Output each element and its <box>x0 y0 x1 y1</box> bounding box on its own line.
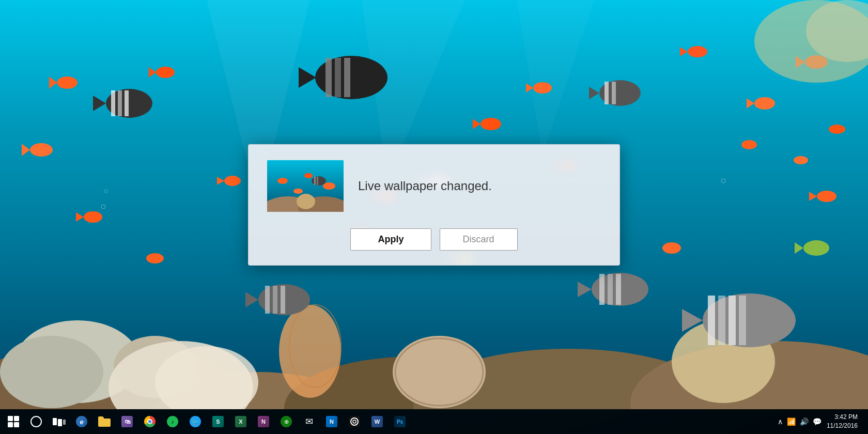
system-clock[interactable]: 3:42 PM 11/12/2016 <box>827 413 862 430</box>
chrome-icon <box>144 416 156 427</box>
mail-button[interactable]: ✉ <box>298 410 320 433</box>
twitter-icon: 🐦 <box>190 416 201 427</box>
wallpaper-thumbnail <box>267 160 344 212</box>
twitter-button[interactable]: 🐦 <box>184 410 207 433</box>
system-tray: ∧ 📶 🔊 💬 <box>777 417 823 426</box>
dialog-buttons: Apply Discard <box>267 228 601 251</box>
spotify-button[interactable]: ♪ <box>161 410 184 433</box>
svg-rect-101 <box>314 177 316 185</box>
word-button[interactable]: W <box>366 410 389 433</box>
wallpaper-changed-dialog: Live wallpaper changed. Apply Discard <box>248 144 620 266</box>
svg-point-104 <box>351 418 358 425</box>
sonos-button[interactable] <box>343 410 366 433</box>
taskbar: e 🛍 ♪ 🐦 S X N ⊕ ✉ N <box>0 409 868 434</box>
photoshop-button[interactable]: Ps <box>389 410 411 433</box>
sonos-icon <box>349 416 360 427</box>
n-app-button[interactable]: N <box>320 410 343 433</box>
dialog-content: Live wallpaper changed. <box>267 160 601 212</box>
tray-icon-chevron[interactable]: ∧ <box>777 417 784 426</box>
dialog-overlay: Live wallpaper changed. Apply Discard <box>0 0 868 409</box>
onenote-button[interactable]: N <box>252 410 275 433</box>
photoshop-icon: Ps <box>394 416 406 427</box>
onenote-icon: N <box>258 416 269 427</box>
svg-point-103 <box>297 194 315 209</box>
svg-point-98 <box>323 182 335 190</box>
mail-icon: ✉ <box>305 416 313 427</box>
spotify-icon: ♪ <box>167 416 178 427</box>
store-icon: 🛍 <box>121 416 133 427</box>
clock-time: 3:42 PM <box>827 413 858 422</box>
clock-date: 11/12/2016 <box>827 422 858 430</box>
windows-logo-icon <box>8 416 19 427</box>
notification-area: ∧ 📶 🔊 💬 3:42 PM 11/12/2016 <box>777 413 866 430</box>
task-view-icon <box>53 417 66 426</box>
svg-rect-102 <box>317 177 318 185</box>
notepad-icon: N <box>326 416 337 427</box>
svg-point-99 <box>293 189 303 194</box>
edge-icon: e <box>76 416 87 427</box>
svg-point-100 <box>312 176 326 185</box>
excel-icon: X <box>235 416 246 427</box>
svg-point-96 <box>277 178 288 184</box>
start-button[interactable] <box>2 410 25 433</box>
search-circle-icon <box>30 416 42 427</box>
volume-icon[interactable]: 🔊 <box>799 417 810 426</box>
sway-button[interactable]: S <box>207 410 229 433</box>
discard-button[interactable]: Discard <box>440 228 518 251</box>
xbox-button[interactable]: ⊕ <box>275 410 298 433</box>
sway-icon: S <box>212 416 224 427</box>
folder-icon <box>98 416 111 427</box>
action-center-icon[interactable]: 💬 <box>812 417 823 426</box>
excel-button[interactable]: X <box>229 410 252 433</box>
edge-button[interactable]: e <box>70 410 93 433</box>
chrome-button[interactable] <box>138 410 161 433</box>
word-icon: W <box>371 416 383 427</box>
svg-point-97 <box>304 173 313 178</box>
dialog-message: Live wallpaper changed. <box>358 179 492 193</box>
store-button[interactable]: 🛍 <box>116 410 138 433</box>
network-icon[interactable]: 📶 <box>786 417 797 426</box>
apply-button[interactable]: Apply <box>350 228 431 251</box>
svg-point-105 <box>353 420 356 423</box>
xbox-icon: ⊕ <box>281 416 292 427</box>
task-view-button[interactable] <box>48 410 70 433</box>
file-explorer-button[interactable] <box>93 410 116 433</box>
cortana-search-button[interactable] <box>25 410 48 433</box>
